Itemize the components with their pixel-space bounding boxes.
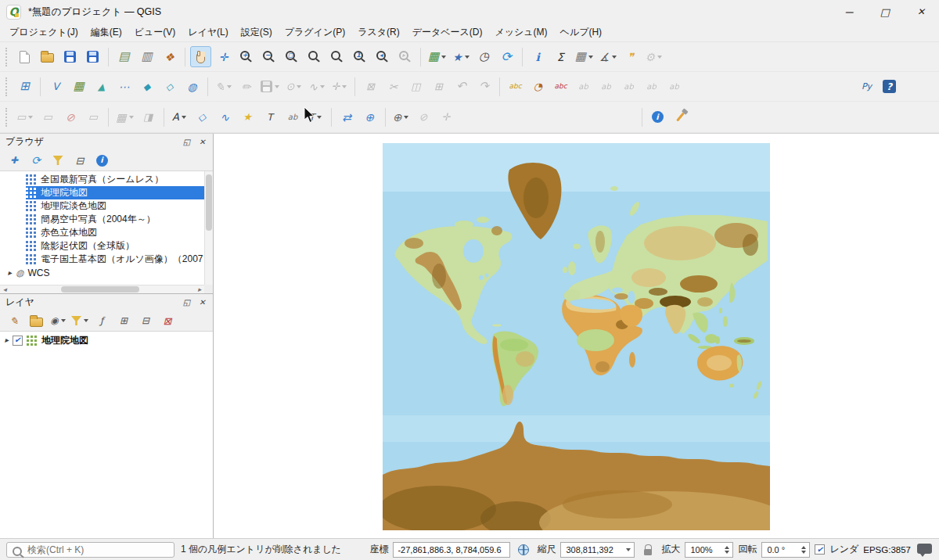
marker-annotation-button[interactable]: ★ (237, 106, 258, 127)
remove-layer-button[interactable]: ⊠ (158, 312, 177, 329)
close-button[interactable]: ✕ (903, 0, 939, 23)
search-input[interactable] (6, 542, 174, 558)
delete-selected-button[interactable]: ⊠ (360, 76, 381, 97)
add-mesh-layer-button[interactable]: ▲ (91, 76, 112, 97)
scrollbar-thumb[interactable] (61, 286, 139, 293)
save-project-button[interactable] (59, 46, 81, 67)
metasearch-button[interactable]: i (647, 106, 668, 127)
browser-item[interactable]: 赤色立体地図 (0, 226, 213, 239)
text-annotation-button[interactable]: A (169, 106, 190, 127)
attribute-table-button[interactable]: ▦ (573, 46, 595, 67)
browser-item[interactable]: 陰影起伏図（全球版） (0, 239, 213, 253)
zoom-last-button[interactable] (372, 46, 393, 67)
filter-legend-button[interactable] (70, 312, 89, 329)
menu-project[interactable]: プロジェクト(J) (3, 23, 85, 41)
highlight-pinned-labels-button[interactable]: abc (550, 76, 571, 97)
copy-features-button[interactable]: ◫ (405, 76, 426, 97)
data-source-manager-button[interactable]: ⊞ (14, 76, 35, 97)
deselect-all-button[interactable]: ⊘ (59, 106, 81, 127)
zoom-native-button[interactable] (349, 46, 370, 67)
menu-plugins[interactable]: プラグイン(P) (279, 23, 351, 41)
line-annotation-button[interactable]: ∿ (214, 106, 236, 127)
menu-edit[interactable]: 編集(E) (85, 23, 128, 41)
world-map-image[interactable] (383, 143, 770, 530)
polygon-annotation-button[interactable]: ◇ (192, 106, 213, 127)
messages-button[interactable] (916, 541, 933, 558)
toolbar-grip[interactable] (5, 108, 9, 127)
pin-unpin-labels-button[interactable]: ⊘ (413, 106, 434, 127)
layers-float-button[interactable]: ◱ (180, 296, 193, 308)
digitize-line-button[interactable]: ∿ (306, 76, 327, 97)
new-map-view-button[interactable]: ▦ (426, 46, 448, 67)
help-button[interactable]: ? (879, 76, 900, 97)
open-project-button[interactable] (37, 46, 58, 67)
refresh-map-button[interactable]: ⟳ (496, 46, 517, 67)
scrollbar-thumb[interactable] (206, 174, 212, 231)
add-selected-layer-button[interactable]: ✚ (5, 152, 23, 169)
scale-lock-button[interactable] (639, 541, 657, 558)
vertical-scrollbar[interactable] (204, 171, 213, 285)
label-move-button[interactable]: ⇄ (336, 106, 358, 127)
cut-features-button[interactable]: ✂ (383, 76, 404, 97)
map-canvas[interactable] (214, 134, 939, 538)
layer-labeling-button[interactable]: abc (505, 76, 526, 97)
menu-raster[interactable]: ラスタ(R) (351, 23, 406, 41)
toolbar-grip[interactable] (5, 48, 9, 66)
crs-status-button[interactable]: EPSG:3857 (863, 545, 911, 555)
html-annotation-button[interactable]: ab (282, 106, 304, 127)
pan-to-selection-button[interactable]: ✛ (213, 46, 234, 67)
label-rotate-button[interactable]: ⊕ (359, 106, 380, 127)
pin-labels-button[interactable]: ab (573, 76, 594, 97)
bookmarks-button[interactable]: ★ (450, 46, 472, 67)
add-vector-layer-button[interactable]: V (45, 76, 67, 97)
extent-toggle-button[interactable] (515, 541, 532, 558)
style-manager-button[interactable]: ❖ (159, 46, 180, 67)
coordinate-input[interactable] (393, 542, 510, 558)
digitize-point-button[interactable]: ⊙ (283, 76, 304, 97)
layers-close-button[interactable]: ✕ (196, 296, 209, 308)
expand-all-button[interactable]: ⊞ (114, 312, 133, 329)
rotation-spinbox[interactable]: 0.0 ° (761, 542, 810, 558)
statistical-summary-button[interactable]: Σ (550, 46, 571, 67)
layer-diagram-button[interactable]: ◔ (527, 76, 549, 97)
invert-selection-button[interactable]: ▭ (82, 106, 103, 127)
move-label-button[interactable]: ab (618, 76, 639, 97)
render-checkbox[interactable]: ✔ (815, 544, 825, 555)
refresh-browser-button[interactable]: ⟳ (27, 152, 45, 169)
add-delimited-text-button[interactable]: ⋯ (113, 76, 135, 97)
select-by-value-button[interactable]: ▭ (37, 106, 58, 127)
magnifier-spinbox[interactable]: 100% (685, 542, 733, 558)
field-calculator-button[interactable]: ▦ (113, 106, 135, 127)
browser-item[interactable]: 電子国土基本図（オルソ画像）（2007～） (0, 253, 213, 266)
feature-action-button[interactable]: ⚙ (643, 46, 665, 67)
menu-help[interactable]: ヘルプ(H) (554, 23, 609, 41)
select-features-button[interactable]: ▭ (14, 106, 35, 127)
toggle-editing-button[interactable]: ✏ (236, 76, 257, 97)
toolbar-grip[interactable] (5, 77, 9, 96)
vertex-tool-button[interactable]: ✛ (329, 76, 350, 97)
horizontal-scrollbar[interactable]: ◂ ▸ (0, 285, 204, 293)
layer-checkbox[interactable]: ✔ (13, 336, 23, 346)
collapse-tree-button[interactable]: ⊟ (70, 152, 89, 169)
spin-buttons[interactable] (725, 546, 729, 554)
save-project-as-button[interactable] (82, 46, 103, 67)
filter-expression-button[interactable]: ƒ (92, 312, 111, 329)
add-wms-button[interactable]: ◍ (182, 76, 203, 97)
menu-mesh[interactable]: メッシュ(M) (488, 23, 553, 41)
layer-statistics-button[interactable]: ◨ (138, 106, 159, 127)
browser-item[interactable]: 簡易空中写真（2004年～） (0, 213, 213, 226)
new-print-layout-button[interactable]: ▤ (113, 46, 135, 67)
zoom-full-button[interactable] (281, 46, 302, 67)
zoom-next-button[interactable] (394, 46, 416, 67)
add-group-button[interactable] (27, 312, 45, 329)
minimize-button[interactable]: — (831, 0, 867, 23)
zoom-out-button[interactable] (258, 46, 279, 67)
current-edits-button[interactable]: ✎ (213, 76, 234, 97)
menu-database[interactable]: データベース(D) (406, 23, 489, 41)
rotate-label-button[interactable]: ab (641, 76, 662, 97)
new-project-button[interactable] (14, 46, 35, 67)
undo-button[interactable]: ↶ (451, 76, 472, 97)
python-console-button[interactable]: Py (856, 76, 877, 97)
browser-item-selected[interactable]: 地理院地図 (0, 186, 213, 199)
zoom-to-selection-button[interactable] (304, 46, 325, 67)
